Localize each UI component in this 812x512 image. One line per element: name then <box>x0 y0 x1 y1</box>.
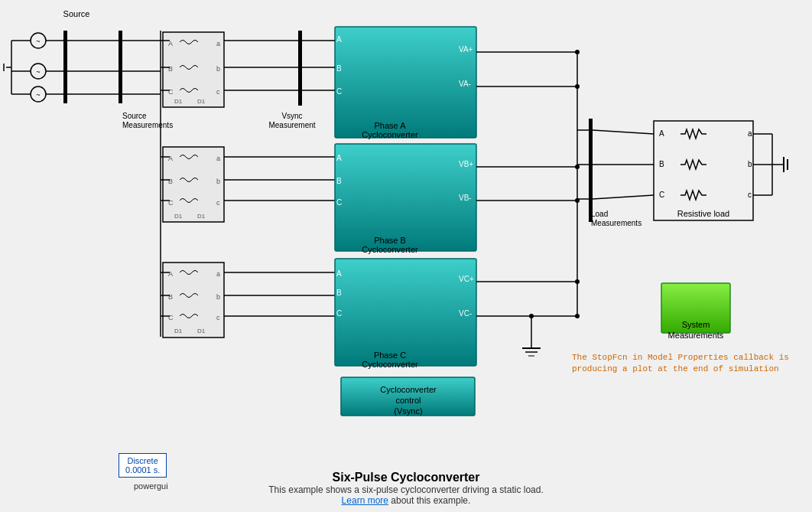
svg-text:C: C <box>659 191 664 199</box>
svg-text:b: b <box>216 293 220 301</box>
svg-rect-64 <box>335 144 476 251</box>
svg-rect-33 <box>298 31 302 106</box>
svg-text:A: A <box>168 155 173 162</box>
svg-text:VB+: VB+ <box>459 160 473 168</box>
svg-text:VB-: VB- <box>459 194 472 202</box>
svg-point-105 <box>575 84 580 89</box>
svg-text:a: a <box>216 270 220 278</box>
svg-text:VA+: VA+ <box>459 45 473 54</box>
load-meas-label: Load <box>591 210 608 218</box>
phase-b-label2: Cycloconverter <box>362 245 418 254</box>
svg-text:B: B <box>659 160 664 168</box>
description: This example shows a six-pulse cycloconv… <box>0 484 812 495</box>
powergui-discrete: Discrete <box>125 456 160 465</box>
svg-text:b: b <box>216 178 220 185</box>
svg-text:VA-: VA- <box>459 80 471 88</box>
diagram: Source ~ ~ ~ Source Measurements A a B b… <box>0 0 812 512</box>
svg-line-121 <box>593 130 654 134</box>
svg-text:D1: D1 <box>174 328 183 334</box>
svg-text:A: A <box>168 270 173 278</box>
svg-rect-37 <box>335 27 476 138</box>
note-line2: producing a plot at the end of simulatio… <box>572 364 779 373</box>
svg-text:~: ~ <box>36 68 40 76</box>
svg-text:a: a <box>216 155 220 162</box>
svg-text:B: B <box>336 177 342 185</box>
svg-text:C: C <box>336 87 342 96</box>
svg-text:C: C <box>336 309 342 318</box>
svg-text:c: c <box>216 199 220 207</box>
source-measurements-label2: Measurements <box>122 121 173 129</box>
svg-text:c: c <box>748 191 752 199</box>
svg-line-123 <box>593 195 654 199</box>
load-meas-label2: Measurements <box>591 219 641 227</box>
page-title: Six-Pulse Cycloconverter <box>0 471 812 484</box>
svg-text:c: c <box>216 88 220 96</box>
svg-text:~: ~ <box>36 91 40 99</box>
svg-rect-15 <box>63 31 67 103</box>
svg-point-104 <box>575 50 580 54</box>
svg-text:C: C <box>168 88 174 96</box>
phase-c-label2: Cycloconverter <box>362 360 418 369</box>
svg-point-106 <box>575 165 580 169</box>
control-label2: control <box>395 396 421 405</box>
bottom-bar: Six-Pulse Cycloconverter This example sh… <box>0 471 812 506</box>
svg-text:A: A <box>336 35 342 44</box>
learn-more-line: Learn more about this example. <box>0 495 812 506</box>
svg-text:VC+: VC+ <box>459 275 474 283</box>
svg-text:B: B <box>168 65 173 73</box>
phase-a-label: Phase A <box>375 121 407 130</box>
svg-text:a: a <box>748 129 752 138</box>
source-label: Source <box>63 9 90 18</box>
main-canvas: Source ~ ~ ~ Source Measurements A a B b… <box>0 0 812 512</box>
control-label: Cycloconverter <box>380 385 437 394</box>
svg-text:D1: D1 <box>174 213 183 220</box>
source-measurements-label: Source <box>122 112 147 120</box>
svg-text:B: B <box>336 289 342 297</box>
vsync-label: Vsync <box>281 112 302 120</box>
svg-text:D1: D1 <box>197 328 206 334</box>
resistive-load-label: Resistive load <box>677 209 729 218</box>
svg-point-137 <box>529 314 534 318</box>
svg-point-109 <box>575 314 580 318</box>
svg-text:B: B <box>336 64 342 73</box>
svg-text:b: b <box>748 160 752 168</box>
note-line1: The StopFcn in Model Properties callback… <box>572 353 789 362</box>
svg-text:C: C <box>168 314 174 321</box>
svg-text:C: C <box>336 198 342 207</box>
svg-text:D1: D1 <box>174 98 183 105</box>
vsync-label2: Measurement <box>268 121 315 129</box>
svg-text:b: b <box>216 65 220 73</box>
svg-text:VC-: VC- <box>459 309 472 318</box>
svg-text:a: a <box>216 40 220 47</box>
svg-rect-88 <box>335 259 476 366</box>
svg-text:D1: D1 <box>197 213 206 220</box>
svg-rect-110 <box>589 119 593 222</box>
svg-rect-19 <box>119 31 122 103</box>
svg-point-108 <box>575 279 580 284</box>
control-label3: (Vsync) <box>394 406 422 416</box>
phase-a-label2: Cycloconverter <box>362 130 418 139</box>
learn-more-link[interactable]: Learn more <box>342 495 388 506</box>
svg-text:D1: D1 <box>197 98 206 105</box>
system-meas-label2: Measurements <box>668 331 724 340</box>
svg-text:B: B <box>168 293 173 301</box>
svg-text:A: A <box>336 154 342 162</box>
svg-text:A: A <box>659 129 664 138</box>
phase-b-label: Phase B <box>374 236 406 245</box>
svg-text:A: A <box>336 269 342 278</box>
svg-text:c: c <box>216 314 220 321</box>
svg-rect-114 <box>654 121 753 220</box>
phase-c-label: Phase C <box>374 351 406 360</box>
svg-text:~: ~ <box>36 38 40 45</box>
system-meas-label: System <box>682 320 710 329</box>
svg-text:B: B <box>168 178 173 185</box>
